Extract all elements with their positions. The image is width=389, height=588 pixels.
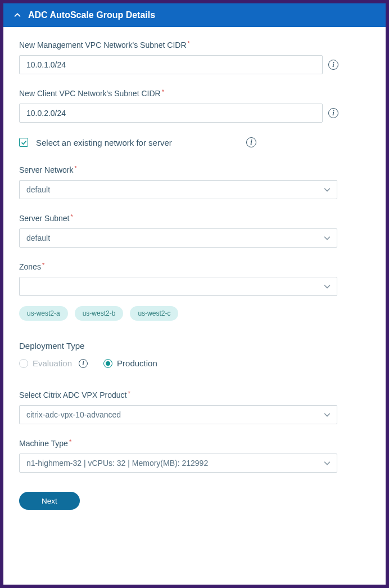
info-icon[interactable]: i bbox=[328, 108, 338, 118]
field-zones: Zones* bbox=[19, 262, 370, 296]
required-marker: * bbox=[69, 438, 71, 445]
label-client-cidr: New Client VPC Network's Subnet CIDR* bbox=[19, 89, 370, 98]
select-vpx-product[interactable]: citrix-adc-vpx-10-advanced bbox=[19, 405, 337, 424]
field-machine-type: Machine Type* n1-highmem-32 | vCPUs: 32 … bbox=[19, 439, 370, 473]
field-client-cidr: New Client VPC Network's Subnet CIDR* i bbox=[19, 89, 370, 123]
required-marker: * bbox=[71, 213, 73, 220]
field-server-subnet: Server Subnet* default bbox=[19, 214, 370, 248]
radio-production[interactable]: Production bbox=[103, 358, 157, 368]
field-server-network: Server Network* default bbox=[19, 165, 370, 199]
zone-chip[interactable]: us-west2-a bbox=[19, 306, 68, 321]
next-button[interactable]: Next bbox=[19, 492, 80, 510]
label-machine-type: Machine Type* bbox=[19, 439, 370, 448]
select-value: n1-highmem-32 | vCPUs: 32 | Memory(MB): … bbox=[26, 459, 208, 468]
panel-header[interactable]: ADC AutoScale Group Details bbox=[3, 3, 386, 27]
required-marker: * bbox=[42, 262, 44, 268]
deployment-type-radios: Evaluation i Production bbox=[19, 358, 370, 368]
radio-label: Evaluation bbox=[33, 358, 72, 368]
label-deployment-type: Deployment Type bbox=[19, 341, 370, 351]
chevron-up-icon bbox=[13, 11, 21, 19]
row-existing-server-network: Select an existing network for server i bbox=[19, 137, 370, 147]
label-zones: Zones* bbox=[19, 262, 370, 271]
zone-chip[interactable]: us-west2-b bbox=[75, 306, 124, 321]
required-marker: * bbox=[74, 165, 76, 172]
zones-chips: us-west2-a us-west2-b us-west2-c bbox=[19, 306, 370, 321]
required-marker: * bbox=[188, 40, 190, 47]
select-value: default bbox=[26, 234, 50, 243]
field-vpx-product: Select Citrix ADC VPX Product* citrix-ad… bbox=[19, 390, 370, 424]
checkbox-label: Select an existing network for server bbox=[36, 138, 238, 147]
panel-body: New Management VPC Network's Subnet CIDR… bbox=[3, 27, 386, 526]
input-mgmt-cidr[interactable] bbox=[19, 55, 323, 74]
select-machine-type[interactable]: n1-highmem-32 | vCPUs: 32 | Memory(MB): … bbox=[19, 454, 337, 473]
select-zones[interactable] bbox=[19, 277, 337, 296]
chevron-down-icon bbox=[323, 186, 331, 194]
chevron-down-icon bbox=[323, 459, 331, 467]
chevron-down-icon bbox=[323, 234, 331, 242]
radio-icon bbox=[103, 359, 112, 368]
radio-evaluation[interactable]: Evaluation i bbox=[19, 358, 88, 368]
select-server-network[interactable]: default bbox=[19, 180, 337, 199]
dialog-frame: ADC AutoScale Group Details New Manageme… bbox=[2, 2, 387, 586]
select-server-subnet[interactable]: default bbox=[19, 228, 337, 248]
radio-label: Production bbox=[117, 358, 157, 368]
label-server-subnet: Server Subnet* bbox=[19, 214, 370, 223]
zone-chip[interactable]: us-west2-c bbox=[130, 306, 178, 321]
radio-icon bbox=[19, 359, 28, 368]
checkbox-existing-server-network[interactable] bbox=[19, 138, 28, 147]
panel-title: ADC AutoScale Group Details bbox=[28, 10, 155, 20]
label-mgmt-cidr: New Management VPC Network's Subnet CIDR… bbox=[19, 41, 370, 50]
select-value: default bbox=[26, 185, 50, 194]
select-value: citrix-adc-vpx-10-advanced bbox=[26, 410, 121, 419]
info-icon[interactable]: i bbox=[79, 359, 88, 368]
required-marker: * bbox=[162, 88, 164, 95]
info-icon[interactable]: i bbox=[246, 137, 256, 147]
chevron-down-icon bbox=[323, 282, 331, 290]
input-client-cidr[interactable] bbox=[19, 104, 323, 123]
label-vpx-product: Select Citrix ADC VPX Product* bbox=[19, 390, 370, 400]
field-mgmt-cidr: New Management VPC Network's Subnet CIDR… bbox=[19, 41, 370, 74]
label-server-network: Server Network* bbox=[19, 165, 370, 174]
chevron-down-icon bbox=[323, 411, 331, 419]
info-icon[interactable]: i bbox=[328, 60, 338, 70]
required-marker: * bbox=[128, 390, 130, 397]
